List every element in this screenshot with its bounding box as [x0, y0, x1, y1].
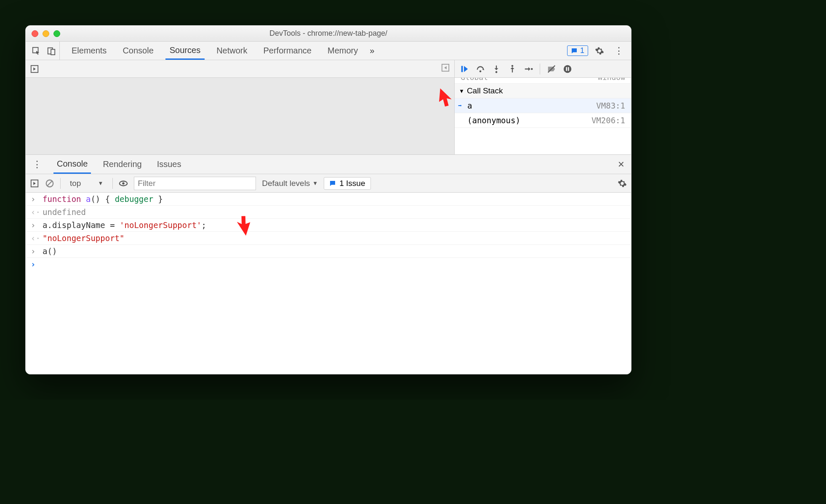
issues-badge[interactable]: 1 — [567, 45, 588, 56]
step-over-icon[interactable] — [476, 64, 485, 74]
svg-point-6 — [480, 70, 482, 72]
console-row: › a() — [26, 245, 631, 258]
chevron-down-icon: ▼ — [98, 180, 103, 186]
window-title: DevTools - chrome://new-tab-page/ — [26, 29, 631, 38]
context-selector[interactable]: top ▼ — [67, 178, 107, 189]
console-sidebar-icon[interactable] — [30, 179, 39, 188]
svg-rect-5 — [461, 66, 463, 72]
debugger-toolbar — [455, 60, 631, 78]
deactivate-breakpoints-icon[interactable] — [547, 64, 556, 74]
hide-debugger-icon[interactable] — [441, 63, 450, 72]
call-stack-frame[interactable]: (anonymous) VM206:1 — [455, 113, 631, 128]
output-prompt-icon: ‹· — [31, 207, 38, 217]
log-levels-selector[interactable]: Default levels ▼ — [262, 179, 318, 188]
main-tabs: Elements Console Sources Network Perform… — [26, 42, 631, 60]
call-stack-frame[interactable]: a VM83:1 — [455, 98, 631, 113]
tab-network[interactable]: Network — [212, 42, 251, 60]
minimize-icon[interactable] — [43, 30, 49, 37]
svg-line-16 — [48, 181, 52, 186]
close-icon[interactable] — [32, 30, 38, 37]
settings-icon[interactable] — [595, 46, 604, 56]
console-code: a.displayName = 'noLongerSupport'; — [43, 220, 206, 230]
sources-left-toolbar — [26, 60, 454, 78]
svg-rect-12 — [566, 67, 567, 71]
input-prompt-icon: › — [31, 220, 38, 230]
live-expression-icon[interactable] — [119, 179, 128, 188]
issues-label: 1 Issue — [339, 179, 365, 188]
inspect-element-icon[interactable] — [32, 46, 41, 56]
frame-location: VM83:1 — [596, 101, 625, 110]
divider — [540, 64, 540, 74]
resume-icon[interactable] — [460, 64, 469, 74]
frame-name: (anonymous) — [467, 116, 520, 125]
issues-button[interactable]: 1 Issue — [324, 177, 370, 190]
traffic-lights — [32, 30, 60, 37]
scope-global-row[interactable]: Global Window — [455, 78, 631, 84]
drawer-tab-rendering[interactable]: Rendering — [99, 155, 145, 174]
svg-point-11 — [564, 65, 571, 72]
issues-count: 1 — [580, 46, 584, 55]
zoom-icon[interactable] — [53, 30, 60, 37]
console-output: undefined — [43, 207, 86, 217]
expand-icon: ▼ — [459, 88, 464, 94]
annotation-arrow-icon — [434, 85, 458, 109]
console-row-live[interactable]: › — [26, 258, 631, 271]
clear-console-icon[interactable] — [45, 179, 54, 188]
tab-performance[interactable]: Performance — [259, 42, 316, 60]
devtools-window: DevTools - chrome://new-tab-page/ Elemen… — [25, 25, 631, 374]
drawer-tab-console[interactable]: Console — [53, 155, 91, 174]
output-prompt-icon: ‹· — [31, 233, 38, 243]
console-row: › function a() { debugger } — [26, 193, 631, 206]
drawer-close-icon[interactable]: × — [615, 158, 628, 171]
svg-rect-13 — [568, 67, 569, 71]
levels-label: Default levels — [262, 179, 310, 188]
divider — [60, 178, 61, 189]
chevron-down-icon: ▼ — [312, 180, 318, 186]
input-prompt-icon: › — [31, 247, 38, 256]
show-navigator-icon[interactable] — [30, 64, 39, 74]
tabs-overflow-icon[interactable]: » — [370, 46, 374, 56]
drawer-tabs: ⋮ Console Rendering Issues × — [26, 155, 631, 174]
console-code: a() — [43, 247, 57, 256]
frame-location: VM206:1 — [592, 116, 625, 125]
console-toolbar: top ▼ Default levels ▼ 1 Issue — [26, 174, 631, 193]
device-toggle-icon[interactable] — [47, 46, 56, 56]
sources-editor-body[interactable] — [26, 78, 454, 154]
sources-editor — [26, 60, 454, 154]
titlebar: DevTools - chrome://new-tab-page/ — [26, 26, 631, 42]
step-icon[interactable] — [524, 64, 533, 74]
console-output: "noLongerSupport" — [43, 233, 124, 243]
step-into-icon[interactable] — [492, 64, 501, 74]
call-stack-label: Call Stack — [467, 86, 503, 95]
pause-exceptions-icon[interactable] — [563, 64, 572, 74]
svg-rect-2 — [51, 49, 55, 55]
svg-point-9 — [531, 68, 533, 70]
call-stack-header[interactable]: ▼ Call Stack — [455, 84, 631, 98]
tab-console[interactable]: Console — [118, 42, 157, 60]
more-menu-icon[interactable]: ⋮ — [611, 45, 627, 56]
tab-memory[interactable]: Memory — [323, 42, 362, 60]
scope-label: Global — [461, 78, 488, 82]
debugger-sidebar: Global Window ▼ Call Stack a VM83:1 (ano… — [454, 60, 631, 154]
console-row: ‹· undefined — [26, 206, 631, 219]
step-out-icon[interactable] — [508, 64, 517, 74]
console-code: function a() { debugger } — [43, 194, 163, 204]
console-body[interactable]: › function a() { debugger } ‹· undefined… — [26, 193, 631, 374]
scope-value: Window — [598, 78, 625, 82]
console-row: › a.displayName = 'noLongerSupport'; — [26, 219, 631, 232]
console-row: ‹· "noLongerSupport" — [26, 232, 631, 245]
frame-name: a — [467, 101, 472, 110]
svg-point-7 — [496, 71, 498, 73]
input-prompt-icon: › — [31, 194, 38, 204]
message-icon — [329, 180, 336, 187]
divider — [112, 178, 113, 189]
tab-sources[interactable]: Sources — [165, 42, 205, 60]
drawer-tab-issues[interactable]: Issues — [154, 155, 185, 174]
tab-elements[interactable]: Elements — [67, 42, 111, 60]
context-label: top — [70, 179, 81, 188]
filter-input[interactable] — [134, 177, 256, 190]
svg-point-8 — [512, 65, 514, 67]
drawer-menu-icon[interactable]: ⋮ — [29, 159, 45, 170]
console-settings-icon[interactable] — [618, 179, 627, 188]
svg-point-18 — [123, 182, 125, 185]
